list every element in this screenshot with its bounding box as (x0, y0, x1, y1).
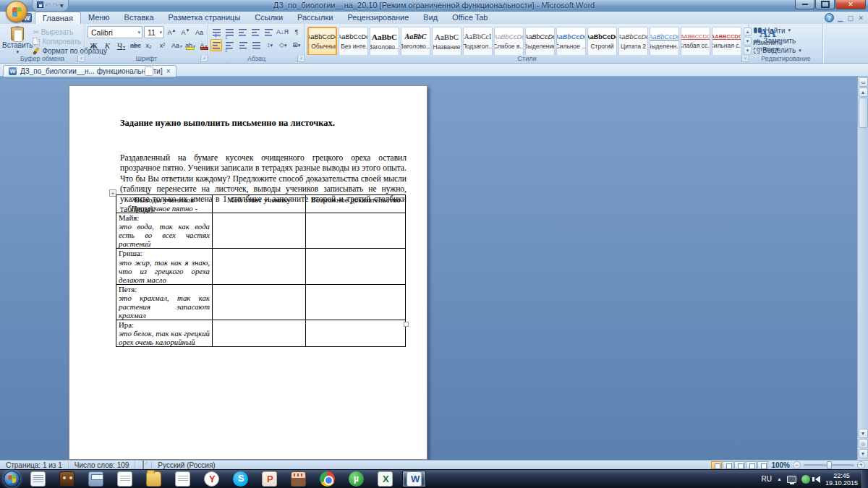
fullscreen-view-button[interactable] (723, 461, 733, 469)
ribbon-tab-рецензирование[interactable]: Рецензирование (340, 12, 416, 24)
clipboard-dialog-launcher-icon[interactable] (77, 56, 84, 62)
print-layout-view-button[interactable] (711, 461, 722, 469)
borders-button[interactable]: ⊞▾ (291, 39, 302, 51)
page[interactable]: Задание нужно выполнить письменно на лис… (69, 85, 427, 460)
scroll-up-icon[interactable]: ▲ (859, 87, 868, 97)
paragraph-dialog-launcher-icon[interactable] (297, 56, 304, 62)
subscript-button[interactable]: x₂ (142, 39, 155, 51)
bullets-button[interactable] (210, 26, 222, 38)
ribbon-tab-вид[interactable]: Вид (416, 12, 445, 24)
taskbar-button-calculator[interactable] (84, 471, 108, 487)
table-resize-handle[interactable] (404, 322, 409, 327)
align-center-button[interactable] (224, 39, 235, 51)
vertical-scrollbar[interactable]: ▭ ▲ ▼ ◎ ▼ (857, 77, 868, 460)
ribbon-tab-рассылки[interactable]: Рассылки (290, 12, 340, 24)
next-page-button[interactable]: ▼ (859, 449, 868, 458)
office-button[interactable] (6, 1, 27, 22)
zoom-slider[interactable] (804, 464, 854, 466)
taskbar-button-windows-explorer[interactable] (142, 471, 166, 487)
italic-button[interactable]: К (101, 39, 114, 51)
style-chip-8[interactable]: AaBbCcDcСильное ... (556, 27, 586, 56)
multilevel-list-button[interactable] (237, 26, 248, 38)
zoom-out-button[interactable]: − (793, 461, 801, 469)
cell-proof[interactable] (306, 249, 406, 284)
style-chip-5[interactable]: AaBbCcIПодзагол... (463, 27, 493, 56)
style-chip-13[interactable]: AABBCCDCСильная с... (712, 27, 741, 56)
style-chip-0[interactable]: AaBbCcDc¶ Обычный (307, 27, 337, 56)
ribbon-tab-меню[interactable]: Меню (81, 12, 117, 24)
cell-my-answer[interactable] (213, 213, 306, 249)
ribbon-tab-office-tab[interactable]: Office Tab (445, 12, 495, 24)
justify-button[interactable] (250, 39, 262, 51)
style-chip-2[interactable]: AaBbCЗаголово... (370, 27, 399, 56)
status-proofing[interactable] (135, 461, 152, 469)
ruler-toggle-button[interactable]: ▭ (859, 77, 868, 87)
taskbar-button-skype[interactable]: S (229, 471, 252, 487)
undo-button[interactable]: ↶ (45, 1, 51, 10)
minimize-button[interactable] (795, 0, 814, 9)
numbering-button[interactable] (224, 26, 235, 38)
line-spacing-button[interactable]: ↕▾ (264, 39, 276, 51)
save-button[interactable] (37, 1, 43, 10)
style-chip-6[interactable]: AaBbCcDcСлабое в... (494, 27, 524, 56)
outline-view-button[interactable] (746, 461, 757, 469)
style-chip-1[interactable]: AaBbCcDc¶ Без инте... (339, 27, 368, 56)
paste-button[interactable]: Вставить ▾ (2, 25, 33, 55)
sort-button[interactable]: А↓Я (276, 26, 289, 38)
show-desktop-button[interactable] (861, 470, 868, 488)
draft-view-button[interactable] (757, 461, 768, 469)
status-language[interactable]: Русский (Россия) (152, 461, 221, 469)
ribbon-tab-вставка[interactable]: Вставка (117, 12, 161, 24)
ribbon-tab-ссылки[interactable]: Ссылки (247, 12, 290, 24)
scroll-down-icon[interactable]: ▼ (859, 429, 868, 438)
cell-student[interactable]: Гриша:это жир, так как я знаю, что из гр… (116, 249, 213, 284)
cell-student[interactable]: Ира:это белок, так как грецкий орех очен… (116, 320, 213, 347)
grow-font-button[interactable]: А▲ (166, 26, 178, 38)
table-header-cell[interactable]: Возможное доказательство (306, 195, 406, 213)
paste-dropdown-icon[interactable]: ▾ (16, 49, 19, 55)
replace-button[interactable]: ab Заменить (754, 36, 820, 46)
volume-icon[interactable] (815, 476, 820, 483)
status-word-count[interactable]: Число слов: 109 (69, 461, 136, 469)
document-table[interactable]: Выводы учениковПрозрачное пятно -Мой отв… (116, 194, 406, 347)
cell-proof[interactable] (306, 320, 406, 347)
style-chip-12[interactable]: AABBCCDCСлабая сс... (681, 27, 710, 56)
shrink-font-button[interactable]: А▼ (179, 26, 192, 38)
style-chip-7[interactable]: AaBbCcDcВыделение (525, 27, 555, 56)
increase-indent-button[interactable] (263, 26, 274, 38)
select-button[interactable]: Выделить ▾ (754, 46, 820, 55)
font-dialog-launcher-icon[interactable] (200, 56, 207, 62)
close-button[interactable] (835, 0, 866, 9)
zoom-slider-thumb[interactable] (827, 461, 832, 469)
doc-window-controls[interactable]: ▁ ▢ ✕ (838, 14, 865, 22)
help-button[interactable]: ? (825, 13, 834, 22)
find-button[interactable]: Найти ▾ (754, 26, 820, 35)
zoom-in-button[interactable]: + (857, 461, 865, 469)
taskbar-button-cake-app[interactable] (286, 471, 310, 487)
change-case-button[interactable]: Aa▾ (170, 39, 182, 51)
show-marks-button[interactable]: ¶ (291, 26, 302, 38)
maximize-button[interactable] (815, 0, 835, 9)
underline-button[interactable]: Ч▾ (115, 39, 127, 51)
tray-clock[interactable]: 22:45 19.10.2015 (825, 472, 858, 487)
ribbon-tab-главная[interactable]: Главная (35, 12, 81, 24)
shading-button[interactable]: ◇▾ (277, 39, 289, 51)
cell-student[interactable]: Петя:это крахмал, так как растения запас… (116, 284, 213, 320)
cell-my-answer[interactable] (213, 284, 306, 320)
document-tab-close-icon[interactable]: × (166, 67, 171, 75)
taskbar-button-word[interactable]: W (402, 471, 426, 487)
redo-button[interactable]: ↷ (52, 1, 58, 10)
clear-formatting-button[interactable]: Aa (193, 26, 205, 38)
table-header-cell[interactable]: Выводы учениковПрозрачное пятно - (116, 195, 213, 213)
superscript-button[interactable]: x² (156, 39, 169, 51)
taskbar-button-utorrent[interactable]: µ (344, 471, 368, 487)
style-chip-9[interactable]: AaBbCcDcСтрогий (587, 27, 617, 56)
cell-my-answer[interactable] (213, 249, 306, 284)
taskbar-button-fnaf-game[interactable] (55, 471, 79, 487)
cell-my-answer[interactable] (213, 320, 306, 347)
taskbar-button-chrome[interactable] (315, 471, 339, 487)
network-icon[interactable] (787, 476, 796, 483)
highlight-button[interactable]: ab▾ (184, 39, 196, 51)
cell-student[interactable]: Майя:это вода, так как вода есть во всех… (116, 213, 213, 249)
align-left-button[interactable] (210, 39, 222, 51)
